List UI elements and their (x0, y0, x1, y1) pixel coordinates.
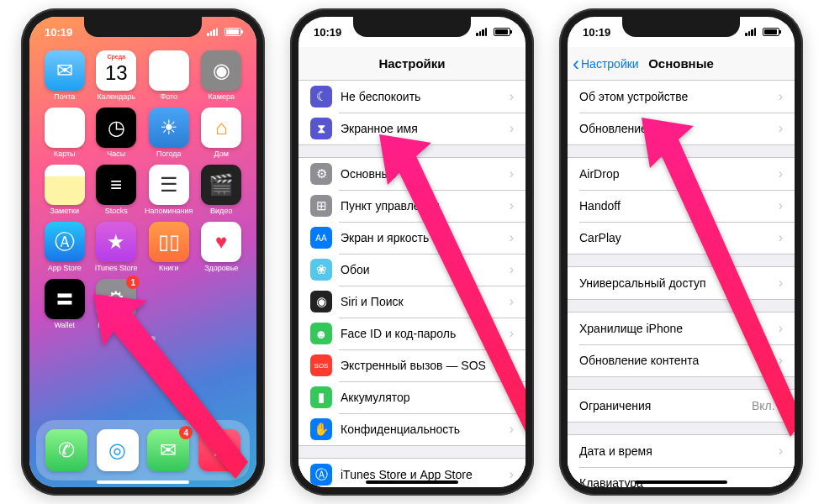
chevron-right-icon: › (510, 230, 514, 245)
do-not-disturb-icon: ☾ (310, 86, 332, 108)
row-faceid[interactable]: ☻Face ID и код-пароль› (298, 318, 526, 349)
back-button[interactable]: Настройки (573, 57, 639, 71)
row-airdrop[interactable]: AirDrop› (568, 158, 795, 190)
faceid-icon: ☻ (310, 323, 332, 344)
row-label: Универсальный доступ (579, 276, 779, 290)
app-notes[interactable]: Заметки (41, 165, 88, 215)
chevron-right-icon: › (779, 198, 783, 213)
row-label: Пункт управления (341, 199, 510, 213)
row-label: Обновление контента (579, 354, 779, 367)
page-indicator[interactable] (29, 336, 256, 341)
books-icon: ▯▯ (149, 222, 189, 262)
settings-list[interactable]: ☾Не беспокоить›⧗Экранное имя›⚙︎Основные›… (298, 81, 526, 487)
row-date-time[interactable]: Дата и время› (568, 435, 795, 467)
row-label: Экранное имя (341, 122, 510, 135)
app-health[interactable]: ♥︎Здоровье (198, 222, 245, 272)
row-background-refresh[interactable]: Обновление контента› (568, 344, 795, 376)
chevron-right-icon: › (779, 321, 783, 336)
nav-title: Основные (648, 56, 714, 71)
row-label: CarPlay (579, 231, 779, 244)
app-label: Почта (54, 92, 75, 101)
row-restrictions[interactable]: ОграниченияВкл.› (568, 390, 795, 422)
nav-bar: Настройки Основные (568, 47, 795, 81)
app-label: Заметки (50, 207, 79, 215)
status-icons (207, 26, 241, 39)
row-keyboard[interactable]: Клавиатура› (568, 467, 795, 487)
home-indicator[interactable] (97, 480, 189, 484)
nav-bar: Настройки (298, 47, 526, 81)
dock-phone[interactable]: ✆ (45, 429, 87, 471)
row-privacy[interactable]: ✋Конфиденциальность› (298, 413, 526, 445)
row-handoff[interactable]: Handoff› (568, 190, 795, 222)
cellular-icon (745, 28, 756, 36)
general-icon: ⚙︎ (310, 163, 332, 185)
app-books[interactable]: ▯▯Книги (145, 222, 193, 272)
chevron-right-icon: › (510, 326, 514, 341)
app-stocks[interactable]: ≡Stocks (93, 165, 140, 215)
row-label: Дата и время (579, 444, 779, 458)
dock-messages[interactable]: ✉︎4 (147, 429, 189, 471)
settings-icon: ⚙︎1 (96, 279, 136, 319)
control-center-icon: ⊞ (310, 195, 332, 217)
row-screen-time[interactable]: ⧗Экранное имя› (298, 113, 526, 144)
battery-icon (763, 28, 779, 36)
app-videos[interactable]: 🎬Видео (198, 165, 245, 215)
row-detail: Вкл. (752, 399, 775, 412)
row-sos[interactable]: SOSЭкстренный вызов — SOS› (298, 349, 526, 381)
row-siri[interactable]: ◉Siri и Поиск› (298, 286, 526, 318)
home-indicator[interactable] (635, 480, 727, 484)
row-display[interactable]: AAЭкран и яркость› (298, 222, 526, 254)
chevron-right-icon: › (779, 444, 783, 459)
row-control-center[interactable]: ⊞Пункт управления› (298, 190, 526, 222)
chevron-right-icon: › (779, 398, 783, 413)
app-reminders[interactable]: ☰Напоминания (145, 165, 193, 215)
row-label: Об этом устройстве (579, 90, 779, 103)
app-label: Wallet (54, 321, 75, 329)
app-weather[interactable]: ☀︎Погода (145, 108, 193, 158)
row-battery[interactable]: ▮Аккумулятор› (298, 381, 526, 413)
nav-title: Настройки (378, 56, 445, 71)
app-maps[interactable]: ⌖Карты (41, 108, 88, 158)
row-do-not-disturb[interactable]: ☾Не беспокоить› (298, 81, 526, 113)
dock-music[interactable]: ♫ (198, 429, 240, 471)
row-about[interactable]: Об этом устройстве› (568, 81, 795, 113)
app-calendar[interactable]: Среда13Календарь (93, 50, 140, 101)
chevron-right-icon: › (510, 262, 514, 277)
siri-icon: ◉ (310, 291, 332, 312)
notch (353, 17, 471, 37)
app-label: Здоровье (204, 264, 238, 272)
battery-icon: ▮ (310, 386, 332, 408)
app-wallet[interactable]: 〓Wallet (41, 279, 88, 329)
phone-settings: 10:19 Настройки ☾Не беспокоить›⧗Экранное… (290, 8, 534, 496)
home-indicator[interactable] (366, 480, 458, 484)
row-general[interactable]: ⚙︎Основные› (298, 158, 526, 190)
row-accessibility[interactable]: Универсальный доступ› (568, 267, 795, 299)
row-software-update[interactable]: Обновление ПО› (568, 113, 795, 144)
app-label: Напоминания (145, 207, 193, 215)
row-carplay[interactable]: CarPlay› (568, 222, 795, 254)
row-storage[interactable]: Хранилище iPhone› (568, 312, 795, 344)
app-clock[interactable]: ◷Часы (93, 108, 140, 158)
clock-icon: ◷ (96, 108, 136, 148)
app-photos[interactable]: ✿Фото (145, 50, 193, 101)
app-settings[interactable]: ⚙︎1Настройки (93, 279, 140, 329)
chevron-right-icon: › (510, 358, 514, 373)
app-itunes[interactable]: ★iTunes Store (93, 222, 140, 272)
row-label: Экран и яркость (341, 231, 510, 244)
app-label: App Store (48, 264, 82, 272)
notes-icon (45, 165, 85, 205)
row-label: Основные (341, 167, 510, 181)
badge: 1 (126, 276, 140, 289)
general-list[interactable]: Об этом устройстве›Обновление ПО›AirDrop… (568, 81, 795, 487)
dock-safari[interactable]: ◎ (97, 429, 139, 471)
chevron-right-icon: › (510, 294, 514, 309)
chevron-right-icon: › (779, 89, 783, 104)
status-time: 10:19 (583, 26, 610, 39)
calendar-icon: Среда13 (96, 50, 136, 91)
app-appstore[interactable]: ⒶApp Store (41, 222, 88, 272)
app-mail[interactable]: ✉︎Почта (41, 50, 88, 101)
row-wallpaper[interactable]: ❀Обои› (298, 254, 526, 286)
app-camera[interactable]: ◉Камера (198, 50, 245, 101)
app-label: Фото (160, 92, 177, 101)
app-home[interactable]: ⌂Дом (198, 108, 245, 158)
